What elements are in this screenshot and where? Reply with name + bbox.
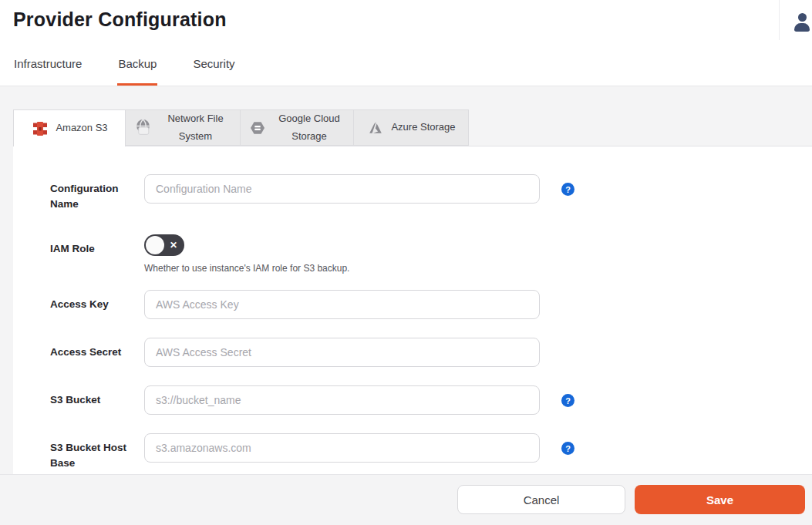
user-icon[interactable]: [793, 13, 810, 32]
toggle-knob: [146, 236, 164, 254]
help-icon[interactable]: ?: [561, 442, 574, 455]
user-icon-head: [798, 13, 807, 22]
provider-tab-bar: Amazon S3 Network File System Google Clo…: [0, 86, 812, 146]
access-secret-row: Access Secret: [50, 338, 812, 367]
azure-icon: [366, 119, 385, 137]
tab-network-file-system[interactable]: Network File System: [125, 109, 241, 146]
configuration-name-input[interactable]: [144, 174, 540, 204]
iam-role-toggle[interactable]: ✕: [144, 234, 184, 256]
tab-amazon-s3[interactable]: Amazon S3: [13, 109, 126, 146]
save-button[interactable]: Save: [635, 485, 805, 514]
tab-label: Google Cloud Storage: [273, 110, 345, 144]
s3-bucket-input[interactable]: [144, 385, 540, 415]
access-key-label: Access Key: [50, 290, 144, 312]
globe-folder-icon: [133, 118, 153, 137]
main-nav: Infrastructure Backup Security: [13, 49, 236, 86]
tab-label: Network File System: [159, 110, 232, 144]
s3-bucket-row: S3 Bucket ?: [50, 385, 812, 415]
access-key-row: Access Key: [50, 290, 812, 319]
tab-azure-storage[interactable]: Azure Storage: [353, 109, 469, 146]
iam-role-helper-text: Whether to use instance's IAM role for S…: [144, 263, 540, 274]
tab-google-cloud-storage[interactable]: Google Cloud Storage: [240, 109, 354, 146]
access-secret-label: Access Secret: [50, 338, 144, 360]
s3-bucket-host-base-label: S3 Bucket Host Base: [50, 433, 144, 470]
s3-bucket-host-base-row: S3 Bucket Host Base ?: [50, 433, 812, 470]
header-divider: [779, 0, 780, 40]
help-icon[interactable]: ?: [561, 394, 574, 407]
iam-role-row: IAM Role ✕ Whether to use instance's IAM…: [50, 234, 812, 274]
toggle-off-icon: ✕: [170, 240, 177, 251]
configuration-name-label: Configuration Name: [50, 174, 144, 211]
form-footer: Cancel Save: [0, 474, 812, 525]
tab-label: Azure Storage: [391, 119, 455, 136]
s3-bucket-label: S3 Bucket: [50, 385, 144, 408]
user-icon-body: [794, 23, 810, 32]
page-header: Provider Configuration Infrastructure Ba…: [0, 0, 812, 86]
tab-label: Amazon S3: [56, 119, 107, 136]
page-title: Provider Configuration: [13, 8, 227, 31]
nav-tab-backup[interactable]: Backup: [117, 49, 157, 86]
nav-tab-infrastructure[interactable]: Infrastructure: [13, 49, 83, 86]
gcs-hexagon-icon: [248, 119, 267, 137]
help-icon[interactable]: ?: [561, 183, 574, 196]
amazon-s3-icon: [31, 119, 49, 138]
access-key-input[interactable]: [144, 290, 540, 319]
s3-bucket-host-base-input[interactable]: [144, 433, 540, 463]
iam-role-label: IAM Role: [50, 234, 144, 257]
nav-tab-security[interactable]: Security: [192, 49, 235, 86]
access-secret-input[interactable]: [144, 338, 540, 367]
cancel-button[interactable]: Cancel: [457, 485, 625, 514]
configuration-name-row: Configuration Name ?: [50, 174, 812, 211]
provider-form-panel: Configuration Name ? IAM Role ✕ Whether …: [13, 146, 812, 474]
